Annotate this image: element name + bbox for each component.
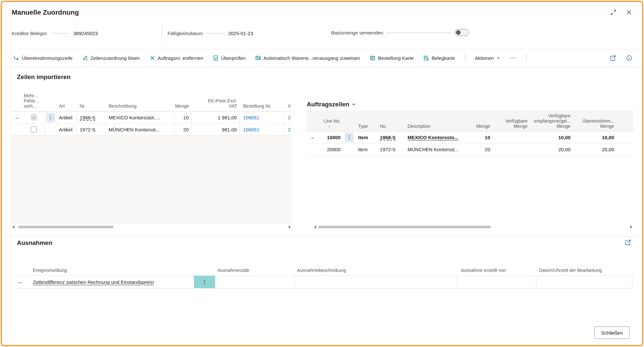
toolbar-action-automatisch-zuweisen[interactable]: Automatisch Warene...renausgang zuweisen	[255, 55, 360, 61]
cell-line-no[interactable]: 10000	[318, 131, 343, 143]
cell-beschreibung[interactable]: MEXICO Kontorsstol, ...	[106, 112, 175, 123]
column-header-flag[interactable]: Mehr... Fehle... vorh...	[22, 88, 45, 111]
cell-ek-preis[interactable]: 1 981,00	[192, 112, 240, 123]
cell-menge[interactable]: 20	[470, 143, 493, 155]
cell-empfangene-menge[interactable]: 10,00	[530, 131, 573, 143]
cell-bestellung-nr[interactable]: 106051	[240, 112, 285, 123]
cell-menge[interactable]: 10	[470, 131, 493, 143]
table-row[interactable]: 20000 Item 1972-S MÜNCHEN Kontorsst... 2…	[307, 143, 633, 155]
cell-description[interactable]: MEXICO Kontorssto...	[405, 131, 470, 143]
cell-uebereinstimm-menge[interactable]: 10,00	[573, 131, 617, 143]
close-icon[interactable]	[626, 9, 632, 16]
column-header-menge[interactable]: Menge	[470, 111, 493, 131]
window-controls	[610, 9, 632, 16]
scrollbar-thumb[interactable]	[18, 226, 114, 228]
column-header-ereignismeldung[interactable]: Ereignismeldung	[28, 268, 193, 273]
cell-no[interactable]: 1972-S	[377, 143, 405, 155]
toolbar-action-bestellung-karte[interactable]: Bestellung Karte	[370, 55, 414, 61]
scrollbar-thumb[interactable]	[318, 226, 491, 228]
table-row[interactable]: → 10000 ⋮ Item 1968-S MEXICO Kontorssto.…	[307, 131, 633, 143]
scrollbar-track[interactable]	[16, 224, 288, 230]
cell-ausnahmecode[interactable]	[216, 276, 295, 288]
basismenge-label: Basismenge verwenden	[331, 30, 383, 35]
row-menu-button[interactable]: ⋮	[194, 276, 215, 288]
flag-checkbox[interactable]	[31, 127, 37, 132]
column-header-ausnahmecode[interactable]: Ausnahmecode	[216, 268, 295, 273]
scrollbar-track[interactable]	[317, 224, 629, 230]
scroll-right-arrow[interactable]	[289, 225, 290, 229]
cell-clipped: 2	[285, 124, 292, 135]
horizontal-scrollbar[interactable]	[11, 224, 292, 230]
cell-line-no[interactable]: 20000	[318, 143, 343, 155]
column-header-datum[interactable]: Datum/Uhrzeit der Bearbeitung	[536, 268, 632, 273]
toolbar-action-auftragsnr-entfernen[interactable]: Auftragsnr. entfernen	[150, 55, 203, 61]
cell-ausnahmebeschreibung[interactable]	[295, 276, 457, 288]
row-menu-button[interactable]: ⋮	[47, 113, 55, 122]
scroll-left-arrow[interactable]	[315, 225, 316, 229]
column-header-type[interactable]: Type	[356, 111, 377, 131]
flag-checkbox[interactable]	[31, 114, 37, 120]
verify-document-icon	[213, 55, 219, 61]
cell-empfangene-menge[interactable]: 20,00	[530, 143, 573, 155]
column-header-erstellt-von[interactable]: Ausnahme erstellt von	[457, 268, 536, 273]
order-lines-heading[interactable]: Auftragszeilen	[307, 100, 633, 109]
grid-empty-area	[11, 136, 292, 224]
dotted-leader	[206, 33, 225, 34]
cell-menge[interactable]: 20	[175, 124, 192, 135]
column-header-verfuegbare-menge[interactable]: Verfügbare Menge	[493, 111, 530, 131]
column-header-ausnahmebeschreibung[interactable]: Ausnahmebeschreibung	[295, 268, 457, 273]
cell-nr[interactable]: 1968-S	[77, 112, 106, 123]
toolbar-action-belegkarte[interactable]: Belegkarte	[423, 55, 455, 61]
toolbar-action-ueberpruefen[interactable]: Überprüfen	[213, 55, 246, 61]
share-icon[interactable]	[610, 55, 616, 61]
more-options-button[interactable]: ⋯	[510, 54, 517, 61]
toolbar-action-uebereinstimmungszeile[interactable]: Übereinstimmungszeile	[14, 55, 73, 61]
restore-window-icon[interactable]	[610, 9, 617, 16]
cell-art[interactable]: Artikel	[56, 112, 77, 123]
column-header-uebereinstimm-menge[interactable]: Übereinstimm... Menge	[573, 111, 617, 131]
column-header-nr[interactable]: Nr.	[77, 88, 106, 111]
toolbar-action-zeilenzuordnung-loesen[interactable]: Zeilenzuordnung lösen	[82, 55, 140, 61]
column-header-line-no[interactable]: Line No. ↑	[318, 111, 343, 131]
info-icon[interactable]	[626, 55, 632, 61]
cell-menge[interactable]: 10	[175, 112, 192, 123]
cell-ek-preis[interactable]: 981,00	[192, 124, 240, 135]
kreditor-belegnr-value[interactable]: 389245023	[74, 31, 98, 36]
row-menu-button[interactable]: ⋮	[345, 133, 354, 142]
scroll-left-arrow[interactable]	[13, 225, 14, 229]
cell-description[interactable]: MÜNCHEN Kontorsst...	[405, 143, 470, 155]
cell-art[interactable]: Artikel	[56, 124, 77, 135]
share-icon[interactable]	[625, 239, 631, 247]
cell-erstellt-von[interactable]	[457, 276, 536, 288]
cell-type[interactable]: Item	[356, 143, 377, 155]
column-header-description[interactable]: Description	[405, 111, 470, 131]
cell-verfuegbare-menge[interactable]	[493, 143, 530, 155]
selection-column-header	[11, 88, 22, 111]
table-row[interactable]: Artikel 1972-S MÜNCHEN Kontorsst... 20 9…	[11, 124, 292, 136]
horizontal-scrollbar[interactable]	[313, 224, 633, 230]
cell-type[interactable]: Item	[356, 131, 377, 143]
cell-no[interactable]: 1968-S	[377, 131, 405, 143]
table-row[interactable]: → Zeilendifferenz zwischen Rechnung und …	[11, 276, 632, 288]
cell-beschreibung[interactable]: MÜNCHEN Kontorsst...	[106, 124, 175, 135]
cell-bestellung-nr[interactable]: 106051	[240, 124, 285, 135]
cell-datum[interactable]	[536, 276, 632, 288]
column-header-bestellung-nr[interactable]: Bestellung Nr.	[240, 88, 285, 111]
column-header-no[interactable]: No.	[377, 111, 405, 131]
toolbar-aktionen-menu[interactable]: Aktionen	[475, 55, 500, 61]
column-header-art[interactable]: Art	[56, 88, 77, 111]
scroll-right-arrow[interactable]	[630, 225, 632, 229]
close-button[interactable]: Schließen	[594, 327, 630, 339]
cell-verfuegbare-menge[interactable]	[493, 131, 530, 143]
faelligkeitsdatum-value[interactable]: 2025-01-23	[228, 31, 253, 36]
column-header-empfangene-menge[interactable]: Verfügbare empfangene/gel... Menge	[530, 111, 573, 131]
page-title: Manuelle Zuordnung	[12, 8, 79, 16]
table-row[interactable]: → ⋮ Artikel 1968-S MEXICO Kontorsstol, .…	[11, 112, 292, 124]
cell-uebereinstimm-menge[interactable]: 20,00	[573, 143, 617, 155]
column-header-beschreibung[interactable]: Beschreibung	[106, 88, 175, 111]
basismenge-toggle[interactable]	[455, 29, 469, 36]
column-header-menge[interactable]: Menge	[175, 88, 192, 111]
column-header-ek-preis[interactable]: EK-Preis Excl. VAT	[192, 88, 240, 111]
cell-ereignismeldung[interactable]: Zeilendifferenz zwischen Rechnung und Ei…	[28, 276, 193, 288]
cell-nr[interactable]: 1972-S	[77, 124, 106, 135]
